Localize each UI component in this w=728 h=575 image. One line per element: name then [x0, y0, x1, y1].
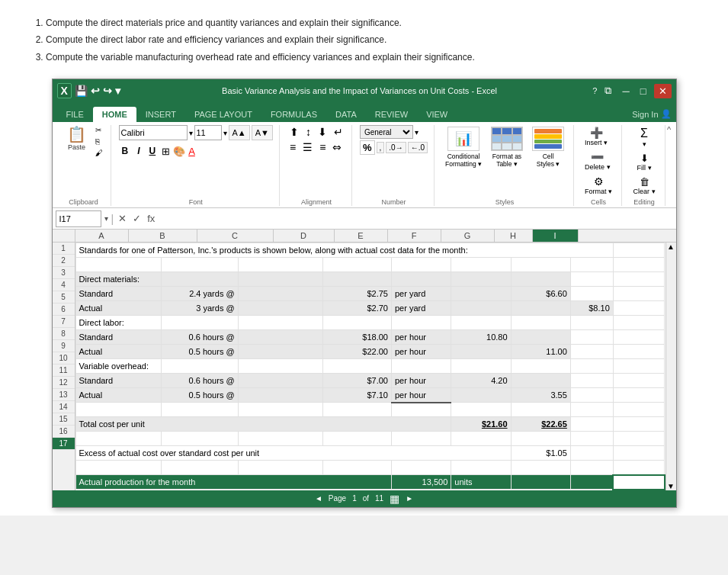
r4c1[interactable]: Standard [75, 287, 161, 301]
r10c6[interactable]: 4.20 [451, 374, 511, 388]
r9c1[interactable]: Variable overhead: [75, 359, 161, 374]
tab-page-layout[interactable]: PAGE LAYOUT [185, 107, 261, 122]
r8c2[interactable]: 0.5 hours @ [161, 345, 238, 359]
r8c8[interactable] [570, 345, 613, 359]
vertical-scrollbar[interactable]: ▲ ▼ [665, 243, 676, 490]
r17c8[interactable] [570, 475, 613, 490]
r5c9[interactable] [613, 301, 664, 316]
r3c3[interactable] [238, 272, 323, 287]
comma-button[interactable]: , [377, 142, 385, 153]
r9c9[interactable] [613, 359, 664, 374]
r2c5[interactable] [391, 258, 451, 272]
restore-down-button[interactable]: ⧉ [601, 85, 614, 97]
tab-data[interactable]: DATA [326, 107, 366, 122]
r5c1[interactable]: Actual [75, 301, 161, 316]
col-header-f[interactable]: F [388, 230, 441, 242]
r3c8[interactable] [570, 272, 613, 287]
ribbon-collapse-button[interactable]: ^ [667, 125, 674, 206]
border-button[interactable]: ⊞ [162, 146, 170, 157]
cut-button[interactable]: ✂ [94, 125, 104, 135]
quick-save-icon[interactable]: 💾 [75, 85, 88, 97]
font-size-input[interactable] [194, 125, 222, 140]
r9c2[interactable] [161, 359, 238, 374]
confirm-formula-button[interactable]: ✓ [131, 213, 143, 224]
r12c6[interactable] [451, 403, 511, 417]
r2c2[interactable] [161, 258, 238, 272]
r6c7[interactable] [511, 316, 570, 330]
merge-cells-button[interactable]: ⇔ [330, 140, 344, 154]
underline-button[interactable]: U [146, 145, 159, 157]
r10c8[interactable] [570, 374, 613, 388]
conditional-formatting-button[interactable]: 📊 ConditionalFormatting ▾ [442, 125, 485, 169]
col-header-e[interactable]: E [335, 230, 388, 242]
r8c6[interactable] [451, 345, 511, 359]
bold-button[interactable]: B [119, 145, 132, 157]
r3c5[interactable] [391, 272, 451, 287]
r17c5[interactable]: 13,500 [391, 475, 451, 490]
r15c8[interactable] [570, 446, 613, 461]
r15-excess-label[interactable]: Excess of actual cost over standard cost… [75, 446, 511, 461]
r14c4[interactable] [323, 432, 391, 446]
r16c5[interactable] [391, 461, 451, 475]
r14c1[interactable] [75, 432, 161, 446]
r2c4[interactable] [323, 258, 391, 272]
r11c6[interactable] [451, 388, 511, 403]
r16c8[interactable] [570, 461, 613, 475]
r4c4[interactable]: $2.75 [323, 287, 391, 301]
r11c5[interactable]: per hour [391, 388, 451, 403]
r16c4[interactable] [323, 461, 391, 475]
increase-font-button[interactable]: A▲ [229, 125, 250, 140]
col-header-c[interactable]: C [197, 230, 274, 242]
r6c9[interactable] [613, 316, 664, 330]
r17c7[interactable] [511, 475, 570, 490]
r2c6[interactable] [451, 258, 511, 272]
r11c4[interactable]: $7.10 [323, 388, 391, 403]
help-icon[interactable]: ? [592, 86, 597, 95]
r14c6[interactable] [451, 432, 511, 446]
italic-button[interactable]: I [134, 145, 143, 157]
r2c7[interactable] [511, 258, 570, 272]
minimize-button[interactable]: ─ [619, 85, 632, 97]
r4c5[interactable]: per yard [391, 287, 451, 301]
r8c5[interactable]: per hour [391, 345, 451, 359]
align-left-button[interactable]: ≡ [287, 140, 298, 154]
col-header-b[interactable]: B [129, 230, 197, 242]
r12c9[interactable] [613, 403, 664, 417]
r17c6[interactable]: units [451, 475, 511, 490]
col-header-i[interactable]: I [533, 230, 579, 242]
tab-formulas[interactable]: FORMULAS [261, 107, 326, 122]
paste-button[interactable]: 📋 Paste [63, 125, 91, 153]
tab-view[interactable]: VIEW [417, 107, 457, 122]
tab-file[interactable]: FILE [57, 107, 93, 122]
redo-icon[interactable]: ↪ [103, 85, 112, 97]
r11c2[interactable]: 0.5 hours @ [161, 388, 238, 403]
r11c7[interactable]: 3.55 [511, 388, 570, 403]
r6c8[interactable] [570, 316, 613, 330]
scroll-down-button[interactable]: ▼ [666, 482, 676, 490]
r10c1[interactable]: Standard [75, 374, 161, 388]
r7c9[interactable] [613, 330, 664, 345]
r3c4[interactable] [323, 272, 391, 287]
font-size-dropdown[interactable]: ▾ [223, 129, 227, 137]
r14c9[interactable] [613, 432, 664, 446]
align-center-button[interactable]: ☰ [300, 140, 315, 154]
close-button[interactable]: ✕ [654, 84, 672, 98]
r6c5[interactable] [391, 316, 451, 330]
r4c9[interactable] [613, 287, 664, 301]
r13c8[interactable] [570, 417, 613, 432]
r4c8[interactable] [570, 287, 613, 301]
font-name-input[interactable] [119, 125, 188, 140]
r7c3[interactable] [238, 330, 323, 345]
r5c4[interactable]: $2.70 [323, 301, 391, 316]
col-header-a[interactable]: A [75, 230, 129, 242]
r11c8[interactable] [570, 388, 613, 403]
format-painter-button[interactable]: 🖌 [94, 148, 104, 158]
prev-page-button[interactable]: ◄ [315, 494, 322, 503]
r10c9[interactable] [613, 374, 664, 388]
col-header-g[interactable]: G [441, 230, 495, 242]
r17-actual-label[interactable]: Actual production for the month [75, 475, 391, 490]
r5c5[interactable]: per yard [391, 301, 451, 316]
r2c9[interactable] [613, 258, 664, 272]
r7c8[interactable] [570, 330, 613, 345]
r7c5[interactable]: per hour [391, 330, 451, 345]
